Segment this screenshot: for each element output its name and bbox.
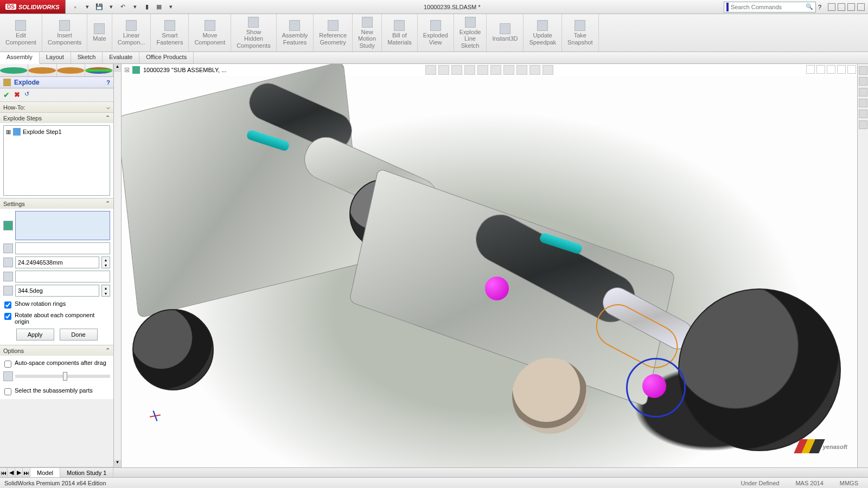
angle-spinner[interactable]: ▲▼ <box>101 285 110 297</box>
ribbon-show[interactable]: ShowHiddenComponents <box>231 14 276 52</box>
qat-rebuild-icon[interactable]: ▦ <box>155 3 163 11</box>
maximize-button[interactable] <box>847 3 855 11</box>
taskpane-design-library-icon[interactable] <box>859 77 867 86</box>
configmanager-tab[interactable] <box>57 64 85 76</box>
featuremanager-tab[interactable] <box>0 64 28 76</box>
tab-layout[interactable]: Layout <box>40 52 71 63</box>
ribbon-exploded[interactable]: ExplodedView <box>418 14 454 52</box>
ribbon-insert[interactable]: InsertComponents <box>42 14 87 52</box>
cancel-button[interactable]: ✖ <box>14 91 20 99</box>
apply-scene-icon[interactable] <box>529 65 540 75</box>
vp-btn-1[interactable] <box>806 65 815 74</box>
flyout-tree-title[interactable]: 10000239 "SUB ASSEMBLY, ... <box>143 67 226 73</box>
vp-btn-3[interactable] <box>827 65 835 74</box>
apply-button[interactable]: Apply <box>16 329 54 341</box>
rotation-axis-input[interactable] <box>15 271 110 282</box>
qat-redo-icon[interactable]: ▾ <box>131 3 139 11</box>
settings-header[interactable]: Settings ⌃ <box>0 198 113 209</box>
close-button[interactable] <box>857 3 865 11</box>
taskpane-resources-icon[interactable] <box>859 66 867 75</box>
tab-nav-prev-icon[interactable]: ◀ <box>8 468 15 477</box>
panel-help-icon[interactable]: ? <box>106 79 110 86</box>
tab-sketch[interactable]: Sketch <box>71 52 103 63</box>
view-orientation-icon[interactable] <box>477 65 488 75</box>
rotate-about-origin-checkbox[interactable] <box>4 313 11 320</box>
search-magnifier-icon[interactable]: 🔍 <box>806 3 813 10</box>
hide-show-icon[interactable] <box>503 65 514 75</box>
taskpane-view-palette-icon[interactable] <box>859 99 867 107</box>
qat-undo-icon[interactable]: ↶ <box>119 3 127 11</box>
scroll-up-icon[interactable]: ▲ <box>114 64 121 72</box>
taskpane-appearances-icon[interactable] <box>859 110 867 118</box>
help-icon[interactable]: ? <box>818 4 821 10</box>
panel-scrollbar[interactable]: ▲ ▼ <box>114 64 122 467</box>
qat-new-icon[interactable]: ▫ <box>71 3 80 11</box>
ribbon-explode[interactable]: ExplodeLineSketch <box>454 14 487 52</box>
qat-save-icon[interactable]: 💾 <box>95 3 104 11</box>
distance-spinner[interactable]: ▲▼ <box>101 256 110 268</box>
explode-step-item[interactable]: ⊞ Explode Step1 <box>6 128 107 136</box>
tab-nav-first-icon[interactable]: ⏮ <box>0 468 8 477</box>
components-selection-box[interactable] <box>15 211 110 240</box>
vp-btn-4[interactable] <box>837 65 846 74</box>
tab-office-products[interactable]: Office Products <box>139 52 194 63</box>
ribbon-linear[interactable]: LinearCompon... <box>112 14 151 52</box>
ribbon-smart[interactable]: SmartFasteners <box>151 14 189 52</box>
distance-input[interactable] <box>15 256 99 268</box>
tab-evaluate[interactable]: Evaluate <box>103 52 139 63</box>
scroll-down-icon[interactable]: ▼ <box>114 460 121 467</box>
autospace-checkbox[interactable] <box>4 361 11 368</box>
tab-motion-study-1[interactable]: Motion Study 1 <box>60 468 113 477</box>
tab-nav-last-icon[interactable]: ⏭ <box>23 468 30 477</box>
done-button[interactable]: Done <box>60 329 98 341</box>
minimize-button[interactable] <box>828 3 835 11</box>
howto-header[interactable]: How-To: ⌵ <box>0 102 113 112</box>
ribbon-assembly[interactable]: AssemblyFeatures <box>277 14 314 52</box>
view-settings-icon[interactable] <box>542 65 553 75</box>
ribbon-mate[interactable]: Mate <box>87 14 112 52</box>
zoom-area-icon[interactable] <box>438 65 449 75</box>
displaymanager-tab[interactable] <box>85 64 113 76</box>
ribbon-new[interactable]: NewMotionStudy <box>353 14 382 52</box>
display-style-icon[interactable] <box>490 65 501 75</box>
ribbon-edit[interactable]: EditComponent <box>0 14 42 52</box>
restore-button[interactable] <box>838 3 845 11</box>
direction-input[interactable] <box>15 242 110 254</box>
tree-expand-icon[interactable]: ⊞ <box>6 129 11 136</box>
explode-steps-list[interactable]: ⊞ Explode Step1 <box>3 125 110 196</box>
propertymanager-tab[interactable] <box>28 64 56 76</box>
tree-expand-icon[interactable]: + <box>125 68 129 72</box>
search-input[interactable] <box>731 4 806 10</box>
ribbon-reference[interactable]: ReferenceGeometry <box>314 14 353 52</box>
ribbon-bill-of[interactable]: Bill ofMaterials <box>382 14 418 52</box>
select-subassembly-checkbox[interactable] <box>4 388 11 395</box>
section-view-icon[interactable] <box>464 65 475 75</box>
previous-view-icon[interactable] <box>451 65 462 75</box>
tab-model[interactable]: Model <box>30 468 60 477</box>
qat-select-icon[interactable]: ▮ <box>143 3 151 11</box>
tab-nav-next-icon[interactable]: ▶ <box>15 468 23 477</box>
edit-appearance-icon[interactable] <box>516 65 527 75</box>
show-rotation-rings-checkbox[interactable] <box>4 301 11 309</box>
ribbon-update[interactable]: UpdateSpeedpak <box>524 14 562 52</box>
qat-options-icon[interactable]: ▾ <box>167 3 175 11</box>
angle-input[interactable] <box>15 285 99 297</box>
taskpane-file-explorer-icon[interactable] <box>859 88 867 97</box>
ok-button[interactable]: ✔ <box>3 91 10 99</box>
zoom-fit-icon[interactable] <box>425 65 436 75</box>
vp-btn-5[interactable] <box>847 65 856 74</box>
undo-button[interactable]: ↺ <box>24 91 29 99</box>
explode-steps-header[interactable]: Explode Steps ⌃ <box>0 113 113 123</box>
vp-btn-2[interactable] <box>816 65 825 74</box>
ribbon-take[interactable]: TakeSnapshot <box>562 14 598 52</box>
status-units[interactable]: MMGS <box>840 480 858 486</box>
ribbon-move[interactable]: MoveComponent <box>189 14 231 52</box>
options-header[interactable]: Options ⌃ <box>0 345 113 356</box>
graphics-viewport[interactable]: + 10000239 "SUB ASSEMBLY, ... ✔ ✖ <box>122 64 857 467</box>
search-box[interactable]: 🔍 <box>724 2 816 12</box>
spacing-slider[interactable] <box>15 375 110 378</box>
taskpane-custom-props-icon[interactable] <box>859 120 867 129</box>
qat-open-icon[interactable]: ▾ <box>83 3 92 11</box>
qat-print-icon[interactable]: ▾ <box>107 3 116 11</box>
orientation-triad[interactable] <box>143 402 165 424</box>
